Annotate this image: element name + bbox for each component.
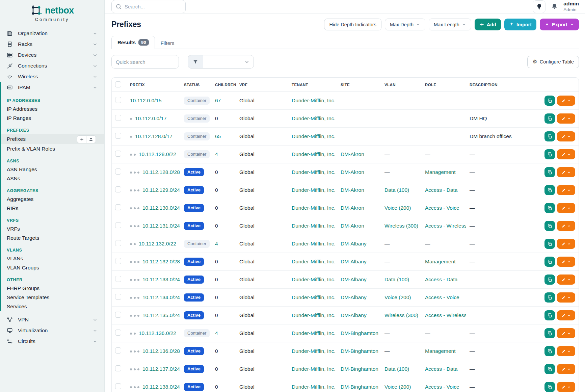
row-checkbox[interactable] xyxy=(115,294,121,300)
edit-button[interactable] xyxy=(557,149,575,159)
site-link[interactable]: DM-Binghamton xyxy=(341,330,378,336)
tenant-link[interactable]: Dunder-Mifflin, Inc. xyxy=(292,330,336,336)
children-count-link[interactable]: 67 xyxy=(215,98,221,103)
tenant-link[interactable]: Dunder-Mifflin, Inc. xyxy=(292,366,336,372)
role-link[interactable]: Access - Voice xyxy=(425,384,459,390)
vlan-link[interactable]: Wireless (300) xyxy=(384,223,418,229)
column-header-description[interactable]: DESCRIPTION xyxy=(466,78,537,92)
prefix-link[interactable]: 10.112.0.0/15 xyxy=(130,98,162,103)
vlan-link[interactable]: Data (100) xyxy=(384,366,409,372)
prefix-link[interactable]: 10.112.133.0/24 xyxy=(142,277,180,282)
tenant-link[interactable]: Dunder-Mifflin, Inc. xyxy=(292,115,336,121)
tenant-link[interactable]: Dunder-Mifflin, Inc. xyxy=(292,169,336,175)
site-link[interactable]: DM-Akron xyxy=(341,169,364,175)
max-length-dropdown[interactable]: Max Length xyxy=(429,19,471,30)
netbox-logo[interactable]: netbox xyxy=(0,5,104,16)
prefix-link[interactable]: 10.112.134.0/24 xyxy=(142,294,180,300)
site-link[interactable]: DM-Albany xyxy=(341,277,367,282)
role-link[interactable]: Management xyxy=(425,348,455,354)
clone-button[interactable] xyxy=(544,221,555,231)
sidebar-item-fhrp-groups[interactable]: FHRP Groups xyxy=(1,284,104,293)
edit-button[interactable] xyxy=(557,239,575,249)
role-link[interactable]: Management xyxy=(425,259,455,264)
role-link[interactable]: Access - Data xyxy=(425,277,457,282)
row-checkbox[interactable] xyxy=(115,222,121,228)
sidebar-item-rirs[interactable]: RIRs xyxy=(1,204,104,213)
row-checkbox[interactable] xyxy=(115,383,121,389)
sidebar-item-services[interactable]: Services xyxy=(1,302,104,311)
theme-toggle-button[interactable] xyxy=(533,0,546,13)
row-checkbox[interactable] xyxy=(115,204,121,210)
sidebar-import-button[interactable] xyxy=(86,135,96,143)
prefix-link[interactable]: 10.112.131.0/24 xyxy=(142,223,180,229)
row-checkbox[interactable] xyxy=(115,151,121,157)
prefix-link[interactable]: 10.112.136.0/22 xyxy=(139,330,176,336)
prefix-link[interactable]: 10.112.136.0/28 xyxy=(142,348,180,354)
column-header-children[interactable]: CHILDREN xyxy=(212,78,236,92)
site-link[interactable]: DM-Akron xyxy=(341,151,364,157)
row-checkbox[interactable] xyxy=(115,276,121,282)
export-button[interactable]: Export xyxy=(540,19,579,30)
column-header-vrf[interactable]: VRF xyxy=(236,78,288,92)
vlan-link[interactable]: Voice (200) xyxy=(384,294,411,300)
edit-button[interactable] xyxy=(557,382,575,392)
edit-button[interactable] xyxy=(557,257,575,267)
tenant-link[interactable]: Dunder-Mifflin, Inc. xyxy=(292,223,336,229)
sidebar-item-devices[interactable]: Devices xyxy=(0,50,104,60)
user-menu[interactable]: admin Admin xyxy=(563,1,579,12)
edit-button[interactable] xyxy=(557,292,575,303)
configure-table-button[interactable]: ⚙ Configure Table xyxy=(527,56,579,68)
clone-button[interactable] xyxy=(544,149,555,159)
row-checkbox[interactable] xyxy=(115,258,121,264)
row-checkbox[interactable] xyxy=(115,240,121,246)
notifications-bell-icon[interactable] xyxy=(551,3,558,10)
column-header-tenant[interactable]: TENANT xyxy=(288,78,337,92)
column-header-role[interactable]: ROLE xyxy=(422,78,466,92)
site-link[interactable]: DM-Albany xyxy=(341,241,367,246)
site-link[interactable]: DM-Binghamton xyxy=(341,348,378,354)
select-all-checkbox[interactable] xyxy=(115,81,121,87)
clone-button[interactable] xyxy=(544,257,555,267)
tenant-link[interactable]: Dunder-Mifflin, Inc. xyxy=(292,241,336,246)
clone-button[interactable] xyxy=(544,292,555,303)
tenant-link[interactable]: Dunder-Mifflin, Inc. xyxy=(292,277,336,282)
edit-button[interactable] xyxy=(557,96,575,106)
sidebar-item-racks[interactable]: Racks xyxy=(0,39,104,50)
site-link[interactable]: DM-Akron xyxy=(341,205,364,211)
sidebar-item-ipam[interactable]: IPAM xyxy=(1,82,104,93)
column-header-vlan[interactable]: VLAN xyxy=(381,78,422,92)
sidebar-item-prefix-vlan-roles[interactable]: Prefix & VLAN Roles xyxy=(1,144,104,153)
edit-button[interactable] xyxy=(557,221,575,231)
max-depth-dropdown[interactable]: Max Depth xyxy=(385,19,425,30)
prefix-link[interactable]: 10.112.135.0/24 xyxy=(142,312,180,318)
row-checkbox[interactable] xyxy=(115,365,121,371)
clone-button[interactable] xyxy=(544,310,555,320)
tab-results[interactable]: Results 90 xyxy=(111,36,155,49)
sidebar-item-ip-addresses[interactable]: IP Addresses xyxy=(1,104,104,113)
sidebar-item-vrfs[interactable]: VRFs xyxy=(1,224,104,233)
row-checkbox[interactable] xyxy=(115,312,121,318)
clone-button[interactable] xyxy=(544,113,555,124)
clone-button[interactable] xyxy=(544,239,555,249)
site-link[interactable]: DM-Akron xyxy=(341,223,364,229)
children-count-link[interactable]: 4 xyxy=(215,330,218,336)
row-checkbox[interactable] xyxy=(115,133,121,139)
clone-button[interactable] xyxy=(544,96,555,106)
sidebar-item-aggregates[interactable]: Aggregates xyxy=(1,194,104,204)
prefix-link[interactable]: 10.112.128.0/28 xyxy=(142,169,180,175)
prefix-link[interactable]: 10.112.128.0/22 xyxy=(139,151,176,157)
children-count-link[interactable]: 4 xyxy=(215,241,218,246)
column-header-prefix[interactable]: PREFIX xyxy=(127,78,181,92)
sidebar-item-vlan-groups[interactable]: VLAN Groups xyxy=(1,263,104,272)
sidebar-item-wireless[interactable]: Wireless xyxy=(0,71,104,82)
role-link[interactable]: Access - Voice xyxy=(425,294,459,300)
site-link[interactable]: DM-Albany xyxy=(341,259,367,264)
children-count-link[interactable]: 65 xyxy=(215,133,221,139)
vlan-link[interactable]: Data (100) xyxy=(384,187,409,193)
column-header-site[interactable]: SITE xyxy=(337,78,381,92)
site-link[interactable]: DM-Binghamton xyxy=(341,366,378,372)
role-link[interactable]: Access - Data xyxy=(425,366,457,372)
role-link[interactable]: Access - Voice xyxy=(425,205,459,211)
role-link[interactable]: Access - Wireless xyxy=(425,223,466,229)
sidebar-item-connections[interactable]: Connections xyxy=(0,60,104,71)
